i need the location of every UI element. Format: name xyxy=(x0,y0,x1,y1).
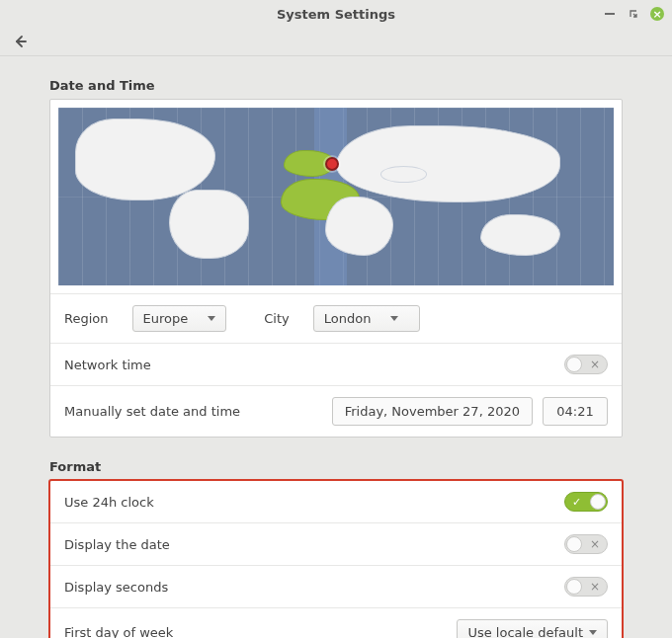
format-panel: Use 24h clock Display the date Display s… xyxy=(49,480,623,638)
window-controls xyxy=(603,7,664,21)
display-date-toggle[interactable] xyxy=(564,534,608,554)
first-day-value: Use locale default xyxy=(467,625,583,638)
toolbar xyxy=(0,28,672,56)
svg-rect-0 xyxy=(605,13,615,15)
display-seconds-toggle[interactable] xyxy=(564,577,608,597)
chevron-down-icon xyxy=(589,630,597,635)
region-select[interactable]: Europe xyxy=(132,305,227,332)
chevron-down-icon xyxy=(390,316,398,321)
manual-time-field[interactable]: 04:21 xyxy=(543,397,608,426)
manual-date-value: Friday, November 27, 2020 xyxy=(345,404,520,419)
city-value: London xyxy=(324,311,372,326)
timezone-map[interactable] xyxy=(58,108,614,285)
chevron-down-icon xyxy=(208,316,215,321)
back-button[interactable] xyxy=(10,32,30,51)
region-label: Region xyxy=(64,311,109,326)
use-24h-label: Use 24h clock xyxy=(64,495,154,510)
city-select[interactable]: London xyxy=(313,305,420,332)
manual-set-label: Manually set date and time xyxy=(64,404,240,419)
display-seconds-label: Display seconds xyxy=(64,580,168,595)
date-time-heading: Date and Time xyxy=(49,78,623,93)
minimize-icon[interactable] xyxy=(603,7,617,21)
network-time-label: Network time xyxy=(64,358,151,372)
date-time-panel: Region Europe City London Network time M… xyxy=(49,99,623,438)
window-title: System Settings xyxy=(0,7,672,22)
close-icon[interactable] xyxy=(650,7,664,21)
network-time-toggle[interactable] xyxy=(564,355,608,374)
first-day-select[interactable]: Use locale default xyxy=(457,619,608,638)
city-label: City xyxy=(264,311,289,326)
manual-date-field[interactable]: Friday, November 27, 2020 xyxy=(332,397,533,426)
format-heading: Format xyxy=(49,459,623,474)
titlebar: System Settings xyxy=(0,0,672,28)
display-date-label: Display the date xyxy=(64,537,170,552)
use-24h-toggle[interactable] xyxy=(564,492,608,512)
manual-time-value: 04:21 xyxy=(556,404,593,419)
maximize-icon[interactable] xyxy=(627,7,640,21)
region-value: Europe xyxy=(143,311,189,326)
first-day-label: First day of week xyxy=(64,625,173,638)
